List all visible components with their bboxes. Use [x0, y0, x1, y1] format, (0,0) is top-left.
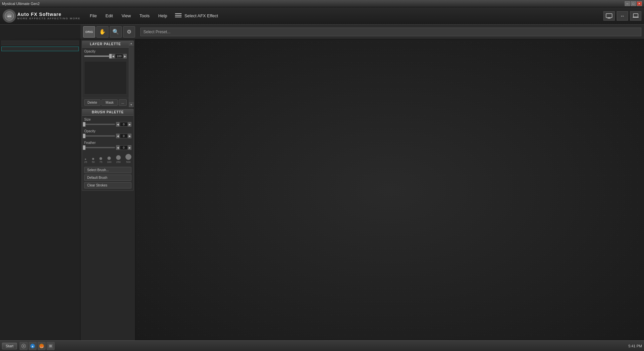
clear-strokes-button[interactable]: Clear Strokes [84, 182, 131, 188]
brush-palette-content: Size ◀ 0 ▶ Opacit [82, 116, 133, 190]
brush-opacity-value: ◀ 0 ▶ [116, 134, 131, 138]
menu-view[interactable]: View [117, 11, 135, 20]
restore-button[interactable]: □ [631, 1, 636, 6]
start-button[interactable]: Start [2, 343, 17, 349]
brush-dot-label-75: 75 [99, 161, 102, 164]
brush-palette-panel: BRUSH PALETTE Size ◀ 0 ▶ [82, 109, 134, 191]
layer-opacity-number: 100 [115, 54, 123, 58]
afx-selector[interactable]: Select AFX Effect [175, 13, 218, 19]
brush-size-label: Size [84, 118, 131, 121]
brush-opacity-increase[interactable]: ▶ [128, 134, 131, 138]
brush-opacity-control: ◀ 0 ▶ [84, 134, 131, 138]
layer-opacity-thumb[interactable] [109, 54, 112, 58]
brush-dot-75[interactable]: 75 [99, 157, 102, 164]
brush-size-increase[interactable]: ▶ [128, 122, 131, 127]
sidebar-preview-1 [1, 41, 79, 45]
menu-bar: AFX Auto FX Software MORE EFFECTS AFFECT… [0, 7, 644, 25]
svg-rect-3 [606, 14, 612, 18]
canvas-area[interactable] [135, 39, 644, 340]
brush-feather-track[interactable] [84, 147, 115, 148]
zoom-tool-button[interactable]: 🔍 [110, 26, 122, 38]
delete-layer-button[interactable]: Delete [84, 99, 100, 106]
arrow-button[interactable]: ↔ [617, 11, 628, 21]
taskbar: Start e 🦊 5:41 PM [0, 340, 644, 351]
select-brush-button[interactable]: Select Brush... [84, 167, 131, 173]
layer-opacity-decrease[interactable]: ◀ [111, 54, 115, 58]
brush-dot-100[interactable]: 100 [107, 157, 111, 164]
brush-feather-thumb[interactable] [83, 145, 85, 150]
brush-dot-250[interactable]: 250 [116, 155, 121, 164]
layer-palette-content: Opacity ◀ 100 ▶ [82, 48, 129, 98]
sidebar-preview-2 [1, 47, 79, 51]
logo-text: Auto FX Software MORE EFFECTS AFFECTING … [17, 12, 80, 20]
settings-icon: ⚙ [127, 29, 131, 35]
close-button[interactable]: ✕ [637, 1, 642, 6]
brush-dot-circle-25 [85, 159, 86, 160]
more-layer-button[interactable]: ... [119, 99, 127, 106]
menu-file[interactable]: File [86, 11, 101, 20]
menu-tools[interactable]: Tools [135, 11, 153, 20]
layer-palette-title: LAYER PALETTE [82, 41, 129, 48]
brush-feather-increase[interactable]: ▶ [128, 145, 131, 150]
layer-palette-wrapper: LAYER PALETTE Opacity ◀ [82, 41, 133, 107]
taskbar-icon-3[interactable]: 🦊 [38, 342, 46, 350]
layer-opacity-increase[interactable]: ▶ [123, 54, 127, 58]
default-brush-button[interactable]: Default Brush [84, 175, 131, 181]
taskbar-icon-2[interactable]: e [29, 342, 37, 350]
layer-opacity-value: ◀ 100 ▶ [111, 54, 127, 58]
brush-opacity-track[interactable] [84, 135, 115, 137]
brush-feather-number: 0 [120, 145, 128, 150]
minimize-button[interactable]: ─ [625, 1, 630, 6]
orig-tool-button[interactable]: ORIG [83, 26, 95, 38]
brush-opacity-decrease[interactable]: ◀ [116, 134, 119, 138]
panels-area: LAYER PALETTE Opacity ◀ [80, 39, 135, 340]
window-controls: ─ □ ✕ [625, 1, 642, 6]
logo-brand: Auto FX Software [17, 12, 80, 17]
taskbar-icon-4[interactable] [47, 342, 55, 350]
preset-placeholder: Select Preset... [143, 30, 170, 34]
layer-scroll-up[interactable]: ▲ [129, 41, 134, 46]
svg-text:e: e [32, 345, 34, 348]
layer-scroll-down[interactable]: ▼ [129, 102, 134, 107]
window-title: Mystical Ultimate Gen2 [2, 2, 40, 6]
svg-rect-15 [49, 345, 52, 347]
brush-dot-label-50: 50 [92, 161, 95, 164]
logo-tagline: MORE EFFECTS AFFECTING MORE [17, 17, 80, 20]
brush-size-thumb[interactable] [83, 122, 85, 127]
brush-dot-label-250: 250 [116, 161, 120, 164]
taskbar-icons: e 🦊 [20, 342, 55, 350]
brush-buttons: Select Brush... Default Brush Clear Stro… [84, 167, 131, 188]
brush-dot-50[interactable]: 50 [92, 158, 95, 164]
preset-selector[interactable]: Select Preset... [140, 28, 641, 36]
brush-opacity-thumb[interactable] [83, 134, 85, 138]
svg-rect-6 [633, 14, 638, 17]
brush-feather-decrease[interactable]: ◀ [116, 145, 119, 150]
brush-dot-25[interactable]: 25 [84, 159, 87, 164]
orig-label: ORIG [85, 30, 93, 34]
layer-opacity-control: ◀ 100 ▶ [84, 54, 127, 58]
brush-size-track[interactable] [84, 124, 115, 125]
layer-opacity-track[interactable] [84, 56, 110, 57]
layer-list-area [84, 61, 127, 94]
laptop-button[interactable] [630, 11, 641, 21]
layer-palette-buttons: Delete Mask ... [82, 98, 129, 107]
zoom-icon: 🔍 [112, 29, 119, 35]
mask-layer-button[interactable]: Mask [101, 99, 118, 106]
taskbar-icon-1[interactable] [20, 342, 28, 350]
brush-dot-label-100: 100 [107, 161, 111, 164]
monitor-button[interactable] [603, 11, 615, 21]
brush-feather-control: ◀ 0 ▶ [84, 145, 131, 150]
brush-feather-label: Feather [84, 141, 131, 145]
brush-size-dots: 25 50 75 100 [84, 153, 131, 165]
menu-edit[interactable]: Edit [101, 11, 117, 20]
brush-feather-value: ◀ 0 ▶ [116, 145, 131, 150]
hand-tool-button[interactable]: ✋ [96, 26, 108, 38]
svg-rect-7 [633, 17, 639, 18]
right-toolbar: ↔ [603, 11, 641, 21]
canvas-background-pattern [135, 39, 644, 340]
brush-size-decrease[interactable]: ◀ [116, 122, 119, 127]
brush-dot-500[interactable]: 500 [125, 154, 131, 164]
menu-help[interactable]: Help [154, 11, 171, 20]
settings-tool-button[interactable]: ⚙ [123, 26, 135, 38]
brush-dot-circle-75 [99, 157, 102, 160]
